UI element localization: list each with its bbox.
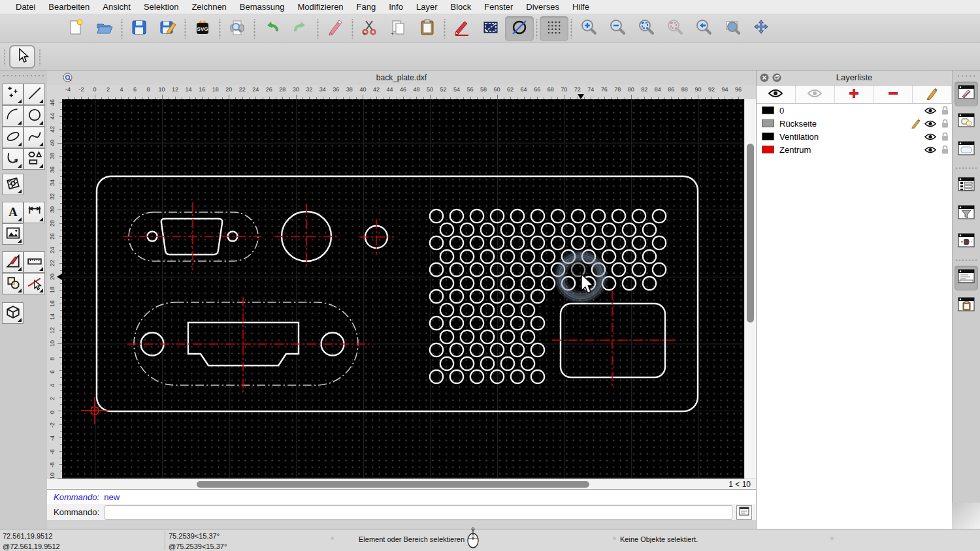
layer-lock-icon[interactable] bbox=[938, 106, 952, 116]
cad-vent-hole[interactable] bbox=[430, 370, 443, 383]
cad-vent-hole[interactable] bbox=[461, 357, 474, 370]
modify-tool-button[interactable] bbox=[2, 251, 24, 273]
layer-visibility-eye-icon[interactable] bbox=[923, 106, 938, 115]
spline-tool-button[interactable] bbox=[24, 127, 45, 148]
layer-lock-icon[interactable] bbox=[938, 145, 952, 155]
cad-vent-hole[interactable] bbox=[461, 304, 474, 317]
dock-drag-handle[interactable] bbox=[956, 74, 976, 78]
dock-blocks-window-button[interactable] bbox=[955, 110, 978, 134]
zoom-window-button[interactable] bbox=[718, 16, 747, 41]
cube-tool-button[interactable] bbox=[2, 302, 24, 324]
vertical-scrollbar-thumb[interactable] bbox=[747, 144, 754, 323]
horizontal-scrollbar-thumb[interactable] bbox=[197, 481, 589, 488]
open-file-button[interactable] bbox=[90, 16, 119, 41]
cad-vent-hole[interactable] bbox=[450, 317, 463, 330]
menu-hilfe[interactable]: Hilfe bbox=[566, 0, 596, 14]
dock-filter-window-button[interactable] bbox=[955, 202, 978, 227]
cad-vent-hole[interactable] bbox=[470, 210, 483, 223]
cad-vent-hole[interactable] bbox=[440, 357, 453, 370]
cad-vent-hole[interactable] bbox=[440, 250, 453, 263]
cad-vent-hole[interactable] bbox=[623, 277, 636, 290]
cad-vent-hole[interactable] bbox=[562, 223, 575, 236]
cad-vent-hole[interactable] bbox=[450, 343, 463, 356]
cad-vent-hole[interactable] bbox=[653, 210, 666, 223]
zoom-selection-button[interactable] bbox=[661, 16, 689, 41]
cad-vent-hole[interactable] bbox=[521, 357, 534, 370]
cad-vent-hole[interactable] bbox=[521, 277, 534, 290]
cad-vent-hole[interactable] bbox=[491, 317, 504, 330]
cad-vent-hole[interactable] bbox=[632, 236, 645, 249]
cad-vent-hole[interactable] bbox=[653, 263, 666, 276]
layer-visibility-eye-icon[interactable] bbox=[923, 146, 938, 154]
delete-pencil-button[interactable] bbox=[321, 16, 350, 41]
cad-vent-hole[interactable] bbox=[440, 277, 453, 290]
cad-vent-hole[interactable] bbox=[643, 223, 656, 236]
cad-vent-hole[interactable] bbox=[612, 210, 625, 223]
save-file-button[interactable] bbox=[125, 16, 154, 41]
cad-vent-hole[interactable] bbox=[450, 263, 463, 276]
cad-vent-hole[interactable] bbox=[481, 250, 494, 263]
cut-button[interactable]: + bbox=[355, 16, 384, 41]
cad-vent-hole[interactable] bbox=[501, 223, 514, 236]
window-resize-grip[interactable] bbox=[952, 503, 980, 529]
cad-vent-hole[interactable] bbox=[470, 343, 483, 356]
zoom-pan-button[interactable] bbox=[747, 16, 776, 41]
cad-vent-hole[interactable] bbox=[572, 236, 585, 249]
cad-vent-hole[interactable] bbox=[481, 304, 494, 317]
menu-block[interactable]: Block bbox=[444, 0, 478, 14]
cad-vent-hole[interactable] bbox=[440, 330, 453, 343]
toolbar-drag-handle[interactable] bbox=[2, 48, 7, 66]
cad-vent-hole[interactable] bbox=[501, 304, 514, 317]
cad-vent-hole[interactable] bbox=[511, 263, 524, 276]
menu-datei[interactable]: Datei bbox=[9, 0, 42, 14]
cad-vent-hole[interactable] bbox=[430, 263, 443, 276]
select-window-button[interactable] bbox=[476, 16, 505, 41]
cad-vent-hole[interactable] bbox=[632, 263, 645, 276]
cad-vent-hole[interactable] bbox=[511, 317, 524, 330]
cad-vent-hole[interactable] bbox=[481, 330, 494, 343]
cad-vent-hole[interactable] bbox=[623, 250, 636, 263]
toolbar-drag-handle[interactable] bbox=[37, 48, 42, 66]
print-preview-button[interactable] bbox=[223, 16, 252, 41]
redo-button[interactable] bbox=[286, 16, 315, 41]
command-console-button[interactable] bbox=[736, 505, 752, 520]
cad-vent-hole[interactable] bbox=[521, 250, 534, 263]
cad-vent-hole[interactable] bbox=[491, 263, 504, 276]
cad-vent-hole[interactable] bbox=[481, 277, 494, 290]
dock-console-window-button[interactable] bbox=[955, 266, 978, 291]
paste-button[interactable] bbox=[413, 16, 442, 41]
cad-vent-hole[interactable] bbox=[632, 210, 645, 223]
cad-vent-hole[interactable] bbox=[511, 290, 524, 303]
edit-layer-button[interactable] bbox=[913, 86, 952, 103]
cad-vent-hole[interactable] bbox=[470, 236, 483, 249]
cad-vent-hole[interactable] bbox=[491, 290, 504, 303]
cad-vent-hole[interactable] bbox=[542, 250, 555, 263]
cad-vent-hole[interactable] bbox=[450, 290, 463, 303]
image-tool-button[interactable] bbox=[2, 223, 24, 245]
dock-plug-window-button[interactable] bbox=[955, 230, 978, 255]
points-tool-button[interactable] bbox=[2, 84, 24, 105]
cad-vent-hole[interactable] bbox=[450, 236, 463, 249]
cad-vent-hole[interactable] bbox=[653, 236, 666, 249]
polyline-tool-button[interactable] bbox=[2, 148, 24, 170]
cad-vent-hole[interactable] bbox=[481, 357, 494, 370]
cad-vent-hole[interactable] bbox=[430, 343, 443, 356]
cad-vent-hole[interactable] bbox=[511, 210, 524, 223]
cad-vent-hole[interactable] bbox=[461, 277, 474, 290]
cad-vent-hole[interactable] bbox=[470, 317, 483, 330]
add-layer-button[interactable] bbox=[835, 86, 874, 103]
cad-vent-hole[interactable] bbox=[440, 304, 453, 317]
ellipse-tool-button[interactable] bbox=[2, 127, 24, 148]
layer-lock-icon[interactable] bbox=[938, 119, 952, 129]
cad-vent-hole[interactable] bbox=[501, 250, 514, 263]
cad-vent-hole[interactable] bbox=[572, 210, 585, 223]
dock-clipboard-window-button[interactable] bbox=[955, 294, 978, 319]
cad-vent-hole[interactable] bbox=[501, 357, 514, 370]
svg-export-button[interactable]: SVG bbox=[188, 16, 217, 41]
cad-vent-hole[interactable] bbox=[430, 236, 443, 249]
palette-drag-handle[interactable] bbox=[3, 73, 44, 78]
cad-vent-hole[interactable] bbox=[481, 223, 494, 236]
cad-vent-hole[interactable] bbox=[592, 236, 605, 249]
layer-row-zentrum[interactable]: Zentrum bbox=[757, 143, 952, 156]
cad-vent-hole[interactable] bbox=[470, 263, 483, 276]
